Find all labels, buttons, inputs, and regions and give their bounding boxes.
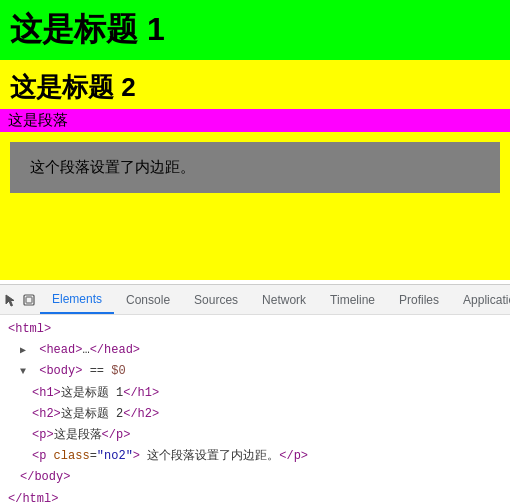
- tab-elements[interactable]: Elements: [40, 285, 114, 314]
- code-html: <html>: [0, 319, 510, 340]
- cursor-icon[interactable]: [4, 290, 18, 310]
- h1-block: 这是标题 1: [0, 0, 510, 60]
- paragraph-1: 这是段落: [0, 109, 510, 132]
- devtools-toolbar: Elements Console Sources Network Timelin…: [0, 285, 510, 315]
- tab-profiles[interactable]: Profiles: [387, 285, 451, 314]
- tab-application[interactable]: Application: [451, 285, 510, 314]
- tab-timeline[interactable]: Timeline: [318, 285, 387, 314]
- expand-body-arrow[interactable]: ▼: [20, 364, 32, 380]
- h2-block: 这是标题 2: [0, 60, 510, 109]
- tab-console[interactable]: Console: [114, 285, 182, 314]
- heading-2: 这是标题 2: [10, 70, 500, 105]
- tab-sources[interactable]: Sources: [182, 285, 250, 314]
- tab-network[interactable]: Network: [250, 285, 318, 314]
- inspect-box-icon[interactable]: [22, 290, 36, 310]
- code-h1: <h1>这是标题 1</h1>: [0, 383, 510, 404]
- p2-wrapper: 这个段落设置了内边距。: [0, 132, 510, 203]
- paragraph-2: 这个段落设置了内边距。: [10, 142, 500, 193]
- code-p1: <p>这是段落</p>: [0, 425, 510, 446]
- code-head: ▶ <head>…</head>: [0, 340, 510, 361]
- expand-head-arrow[interactable]: ▶: [20, 343, 32, 359]
- devtools-panel: Elements Console Sources Network Timelin…: [0, 284, 510, 504]
- main-content: 这是标题 1 这是标题 2 这是段落 这个段落设置了内边距。: [0, 0, 510, 280]
- svg-rect-1: [26, 297, 32, 303]
- code-html-close: </html>: [0, 489, 510, 505]
- devtools-tabs: Elements Console Sources Network Timelin…: [40, 285, 510, 314]
- code-body: ▼ <body> == $0: [0, 361, 510, 382]
- code-body-close: </body>: [0, 467, 510, 488]
- devtools-content: <html> ▶ <head>…</head> ▼ <body> == $0 <…: [0, 315, 510, 504]
- heading-1: 这是标题 1: [10, 8, 500, 52]
- code-h2: <h2>这是标题 2</h2>: [0, 404, 510, 425]
- code-p2: <p class="no2"> 这个段落设置了内边距。</p>: [0, 446, 510, 467]
